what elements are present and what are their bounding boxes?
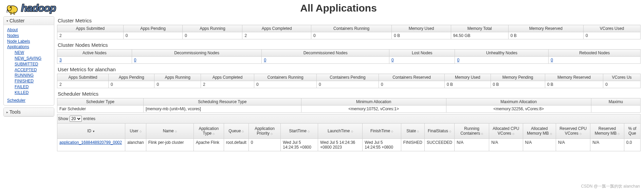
cell: 0 B	[545, 81, 603, 88]
col-start[interactable]: StartTime◇	[281, 123, 318, 139]
nav-killed[interactable]: KILLED	[15, 90, 51, 96]
sort-icon: ◇	[417, 130, 419, 133]
col-name[interactable]: Name◇	[146, 123, 194, 139]
col-apps-pending: Apps Pending	[123, 25, 183, 32]
cluster-label: Cluster	[10, 18, 24, 23]
col-id[interactable]: ID▼	[57, 123, 125, 139]
unhealthy-link[interactable]: 0	[457, 58, 459, 62]
cell[interactable]: 0	[262, 57, 389, 64]
col-priority[interactable]: Application Priority◇	[249, 123, 280, 139]
col: Maximum Allocation	[446, 98, 591, 105]
cell: 0	[311, 32, 392, 39]
table-header-row: Active Nodes Decommissioning Nodes Decom…	[57, 50, 641, 57]
col: Minimum Allocation	[301, 98, 446, 105]
nav-new-saving[interactable]: NEW_SAVING	[15, 56, 51, 61]
cell[interactable]: 0	[549, 57, 641, 64]
sort-icon: ◇	[308, 130, 310, 133]
tools-panel-header[interactable]: ▸Tools	[4, 108, 54, 116]
col: Apps Pending	[108, 74, 154, 81]
nav-about[interactable]: About	[7, 27, 51, 33]
active-nodes-link[interactable]: 3	[59, 58, 62, 62]
col: Apps Submitted	[57, 74, 109, 81]
cell: 0	[108, 81, 154, 88]
cell-finish: Wed Jul 5 14:24:55 +0800	[363, 139, 401, 151]
svg-rect-3	[11, 12, 12, 14]
cell-mem: N/A	[523, 139, 556, 151]
col-launch[interactable]: LaunchTime◇	[318, 123, 363, 139]
tools-panel: ▸Tools	[3, 108, 54, 117]
sort-icon: ◇	[271, 132, 273, 135]
cell: [memory-mb (unit=Mi), vcores]	[143, 105, 301, 113]
col: Containers Running	[254, 74, 317, 81]
col: Apps Completed	[201, 74, 254, 81]
nav-running[interactable]: RUNNING	[15, 73, 51, 78]
nav-submitted[interactable]: SUBMITTED	[15, 61, 51, 67]
entries-select[interactable]: 20	[70, 116, 82, 122]
col-queue[interactable]: Queue◇	[224, 123, 249, 139]
cell-user: alanchan	[125, 139, 146, 151]
col-apps-completed: Apps Completed	[242, 25, 311, 32]
decommed-link[interactable]: 0	[264, 58, 266, 62]
nav-accepted[interactable]: ACCEPTED	[15, 67, 51, 73]
cell: 0 B	[508, 32, 583, 39]
application-link[interactable]: application_1688448920799_0002	[59, 140, 122, 145]
cell[interactable]: 3	[57, 57, 132, 64]
table-header-row: ID▼ User◇ Name◇ Application Type◇ Queue◇…	[57, 123, 641, 139]
col-decom-nodes: Decommissioning Nodes	[132, 50, 262, 57]
sort-icon: ◇	[481, 132, 483, 135]
nav-nodes[interactable]: Nodes	[7, 33, 51, 39]
nav-finished[interactable]: FINISHED	[15, 78, 51, 84]
col-type[interactable]: Application Type◇	[194, 123, 224, 139]
cell-start: Wed Jul 5 14:24:35 +0800	[281, 139, 318, 151]
svg-point-1	[7, 5, 12, 11]
sort-icon: ◇	[213, 132, 215, 135]
nav-failed[interactable]: FAILED	[15, 84, 51, 90]
collapse-icon: ▾	[6, 19, 8, 23]
col-apps-running: Apps Running	[183, 25, 242, 32]
col-rcpu[interactable]: Reserved CPU VCores◇	[556, 123, 590, 139]
col-pct[interactable]: % of Que	[624, 123, 640, 139]
col-state[interactable]: State◇	[401, 123, 424, 139]
nav-applications[interactable]: Applications	[7, 44, 51, 50]
table-header-row: Apps SubmittedApps PendingApps RunningAp…	[57, 74, 641, 81]
sort-icon: ◇	[579, 132, 582, 135]
main-content: Cluster Metrics Apps Submitted Apps Pend…	[57, 16, 641, 151]
col-cpu[interactable]: Allocated CPU VCores◇	[489, 123, 523, 139]
rebooted-link[interactable]: 0	[551, 58, 553, 62]
cell-id[interactable]: application_1688448920799_0002	[57, 139, 125, 151]
scheduler-metrics-table: Scheduler TypeScheduling Resource TypeMi…	[57, 98, 641, 113]
col-final[interactable]: FinalStatus◇	[424, 123, 454, 139]
header: hadoop All Applications	[0, 0, 644, 16]
col-decommed-nodes: Decommissioned Nodes	[262, 50, 389, 57]
col-finish[interactable]: FinishTime◇	[363, 123, 401, 139]
decom-link[interactable]: 0	[134, 58, 136, 62]
col-user[interactable]: User◇	[125, 123, 146, 139]
col: Containers Pending	[317, 74, 379, 81]
cell[interactable]: 0	[132, 57, 262, 64]
lost-link[interactable]: 0	[391, 58, 394, 62]
col: Memory Used	[445, 74, 491, 81]
cell[interactable]: 0	[389, 57, 455, 64]
col-containers[interactable]: Running Containers◇	[455, 123, 489, 139]
table-row: application_1688448920799_0002 alanchan …	[57, 139, 641, 151]
cell: 0	[123, 32, 183, 39]
nav-node-labels[interactable]: Node Labels	[7, 39, 51, 44]
nav-scheduler[interactable]: Scheduler	[7, 98, 51, 103]
cell-final-highlighted: SUCCEEDED	[424, 139, 454, 151]
svg-rect-4	[14, 12, 15, 14]
col-mem[interactable]: Allocated Memory MB◇	[523, 123, 556, 139]
col-active-nodes: Active Nodes	[57, 50, 132, 57]
col-rmem[interactable]: Reserved Memory MB◇	[590, 123, 624, 139]
elephant-icon	[4, 1, 21, 15]
cell[interactable]: 0	[455, 57, 549, 64]
col: Scheduler Type	[57, 98, 144, 105]
col-unhealthy-nodes: Unhealthy Nodes	[455, 50, 549, 57]
cluster-metrics-title: Cluster Metrics	[57, 16, 641, 25]
sort-icon: ◇	[449, 130, 451, 133]
cell	[591, 105, 640, 113]
nav-new[interactable]: NEW	[15, 50, 51, 56]
sort-icon: ◇	[175, 130, 177, 133]
sort-desc-icon: ▼	[92, 130, 95, 133]
nodes-metrics-table: Active Nodes Decommissioning Nodes Decom…	[57, 49, 641, 64]
cluster-panel-header[interactable]: ▾Cluster	[4, 17, 54, 25]
